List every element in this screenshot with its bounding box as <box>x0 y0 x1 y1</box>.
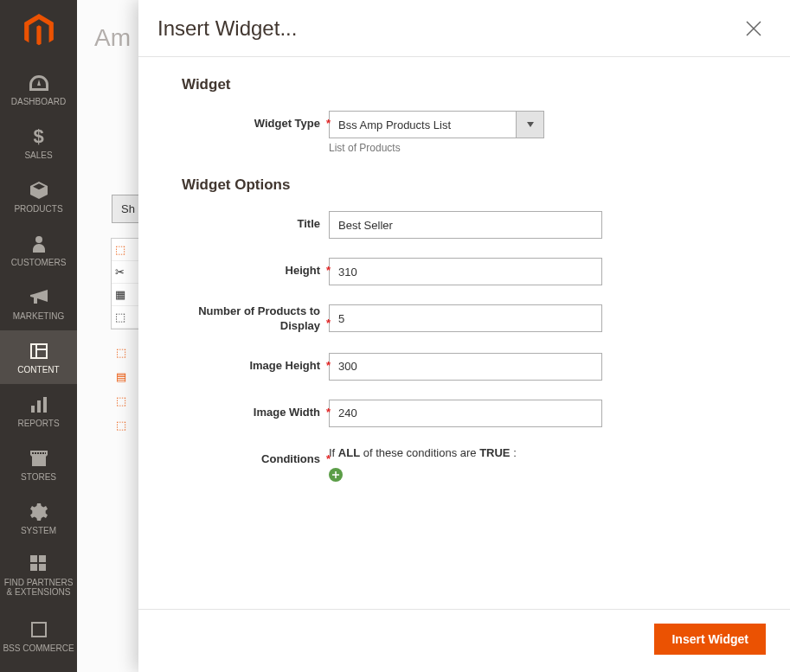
gear-icon <box>30 503 48 521</box>
svg-rect-4 <box>30 555 37 562</box>
svg-rect-8 <box>32 623 46 637</box>
add-condition-button[interactable] <box>329 468 343 482</box>
chevron-down-icon <box>527 122 534 127</box>
nav-dashboard[interactable]: Dashboard <box>0 62 77 116</box>
svg-rect-2 <box>37 400 41 413</box>
field-conditions: Conditions * If ALL of these conditions … <box>182 446 747 482</box>
label-conditions: Conditions * <box>182 446 329 467</box>
field-image-width: Image Width * <box>182 400 747 427</box>
nav-partners[interactable]: Find Partners & Extensions <box>0 545 77 605</box>
magento-logo[interactable] <box>0 0 77 62</box>
label-height: Height * <box>182 258 329 278</box>
select-toggle[interactable] <box>516 111 544 138</box>
insert-table-icon[interactable]: ▦ <box>115 288 125 301</box>
image-height-input[interactable] <box>329 353 602 381</box>
select-display: Bss Amp Products List <box>329 111 516 138</box>
widget-type-select[interactable]: Bss Amp Products List <box>329 111 544 138</box>
chart-icon <box>31 397 47 413</box>
required-asterisk: * <box>326 359 331 374</box>
svg-point-0 <box>35 236 42 243</box>
label-widget-type: Widget Type * <box>182 111 329 131</box>
field-num-products: Number of Products to Display * <box>182 304 747 334</box>
required-asterisk: * <box>326 452 331 467</box>
nav-label: Content <box>17 365 59 374</box>
megaphone-icon <box>30 290 48 305</box>
nav-system[interactable]: System <box>0 491 77 545</box>
svg-rect-3 <box>43 397 47 413</box>
nav-products[interactable]: Products <box>0 170 77 223</box>
close-icon <box>746 21 761 36</box>
svg-rect-1 <box>31 406 35 413</box>
bss-icon <box>31 622 47 637</box>
cut-icon[interactable]: ✂ <box>115 266 125 278</box>
dashboard-icon <box>29 75 48 91</box>
label-title: Title <box>182 211 329 232</box>
nav-label: Reports <box>17 419 59 428</box>
nav-content[interactable]: Content <box>0 330 77 384</box>
svg-rect-6 <box>30 564 37 571</box>
nav-label: System <box>21 526 56 535</box>
modal-close-button[interactable] <box>742 16 766 41</box>
admin-sidebar: Dashboard $ Sales Products Customers Mar… <box>0 0 77 672</box>
insert-widget-icon[interactable]: ⬚ <box>115 243 125 256</box>
field-height: Height * <box>182 258 747 285</box>
plus-icon <box>332 471 339 478</box>
box-icon <box>30 182 48 199</box>
modal-title: Insert Widget... <box>157 16 742 41</box>
widget-list-fragment: ⬚ ▤ ⬚ ⬚ <box>111 340 140 437</box>
layout-icon <box>30 343 48 359</box>
nav-label: Products <box>14 204 62 214</box>
widget-icon: ⬚ <box>116 394 126 407</box>
section-widget: Widget <box>182 76 747 93</box>
nav-customers[interactable]: Customers <box>0 223 77 277</box>
nav-stores[interactable]: Stores <box>0 438 77 491</box>
svg-rect-5 <box>39 555 46 562</box>
select-icon[interactable]: ⬚ <box>115 310 125 323</box>
widget-icon: ⬚ <box>116 346 126 359</box>
nav-sales[interactable]: $ Sales <box>0 116 77 170</box>
required-asterisk: * <box>326 264 331 278</box>
label-image-width: Image Width * <box>182 400 329 420</box>
nav-label: Find Partners & Extensions <box>0 578 77 597</box>
person-icon <box>33 235 45 253</box>
nav-label: Dashboard <box>11 97 66 106</box>
dollar-icon: $ <box>33 125 43 148</box>
field-title: Title <box>182 211 747 239</box>
required-asterisk: * <box>326 117 331 131</box>
num-products-input[interactable] <box>329 304 602 332</box>
title-input[interactable] <box>329 211 602 239</box>
nav-label: Marketing <box>13 311 64 321</box>
height-input[interactable] <box>329 258 602 285</box>
label-num-products: Number of Products to Display * <box>182 304 329 334</box>
modal-footer: Insert Widget <box>138 609 790 672</box>
wysiwyg-toolbar-fragment: ⬚ ✂ ▦ ⬚ <box>111 238 140 330</box>
label-image-height: Image Height * <box>182 353 329 374</box>
field-image-height: Image Height * <box>182 353 747 381</box>
nav-label: BSS Commerce <box>3 643 74 653</box>
required-asterisk: * <box>326 317 331 331</box>
nav-marketing[interactable]: Marketing <box>0 277 77 330</box>
required-asterisk: * <box>326 406 331 420</box>
nav-label: Sales <box>24 150 52 160</box>
widget-icon: ⬚ <box>116 419 126 432</box>
nav-reports[interactable]: Reports <box>0 384 77 438</box>
image-width-input[interactable] <box>329 400 602 427</box>
insert-widget-modal: Insert Widget... Widget Widget Type * Bs… <box>138 0 790 672</box>
svg-rect-7 <box>39 564 46 571</box>
conditions-sentence: If ALL of these conditions are TRUE : <box>329 446 747 459</box>
conditions-aggregator[interactable]: ALL <box>338 446 360 459</box>
nav-bss[interactable]: BSS Commerce <box>0 605 77 666</box>
modal-body: Widget Widget Type * Bss Amp Products Li… <box>138 57 790 609</box>
store-icon <box>30 451 48 466</box>
blocks-icon <box>30 555 48 573</box>
modal-header: Insert Widget... <box>138 0 790 57</box>
nav-label: Stores <box>21 472 56 482</box>
section-options: Widget Options <box>182 176 747 194</box>
widget-type-note: List of Products <box>329 142 747 154</box>
nav-label: Customers <box>11 258 67 267</box>
insert-widget-button[interactable]: Insert Widget <box>654 624 766 655</box>
field-widget-type: Widget Type * Bss Amp Products List List… <box>182 111 747 154</box>
conditions-value[interactable]: TRUE <box>479 446 510 459</box>
widget-icon: ▤ <box>116 370 126 383</box>
